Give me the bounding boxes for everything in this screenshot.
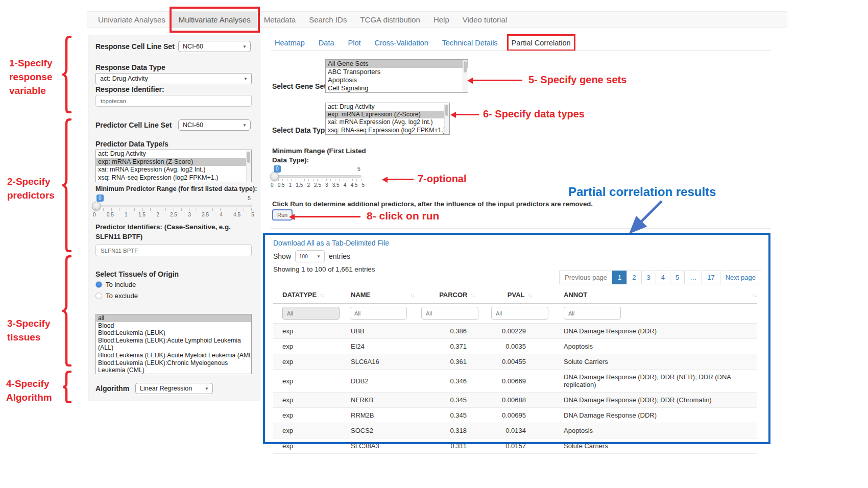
predictor-identifiers-input[interactable]: SLFN11 BPTF [95, 245, 252, 256]
page-button-4[interactable]: 4 [656, 271, 670, 284]
table-row[interactable]: exp UBB 0.386 0.00229 DNA Damage Respons… [273, 324, 757, 339]
nav-tcga-distribution[interactable]: TCGA distribution [353, 12, 427, 28]
scrollbar[interactable] [444, 104, 449, 134]
list-item[interactable]: xsq: RNA-seq Expression (log2 FPKM+1.) [96, 174, 251, 182]
annotation-step2: 2-Specify predictors [7, 175, 55, 202]
sort-icon[interactable]: ↑↓ [410, 292, 415, 298]
radio-unselected-icon [95, 292, 102, 299]
list-item[interactable]: Cell Signaling [326, 84, 468, 92]
list-item[interactable]: Blood [96, 322, 251, 330]
filter-input-pval[interactable] [491, 307, 548, 320]
col-header-parcor[interactable]: PARCOR↑↓ [416, 288, 475, 304]
list-item[interactable]: Blood:Leukemia (LEUK):Chronic Myelogenou… [96, 359, 251, 374]
sort-icon[interactable]: ↑↓ [528, 292, 533, 298]
list-item[interactable]: act: Drug Activity [326, 103, 449, 111]
list-item[interactable]: ABC Transporters [326, 68, 468, 76]
nav-multivariate-analyses[interactable]: Multivariate Analyses [172, 12, 257, 28]
list-item[interactable]: act: Drug Activity [96, 150, 251, 158]
sort-icon[interactable]: ↑↓ [320, 292, 324, 298]
list-item-selected[interactable]: exp: mRNA Expression (Z-Score) [96, 158, 251, 166]
cell-datatype: exp [273, 354, 350, 370]
tab-plot[interactable]: Plot [348, 39, 360, 47]
nav-search-ids[interactable]: Search IDs [302, 12, 353, 28]
response-cell-line-set-select[interactable]: NCI-60▼ [178, 41, 251, 52]
results-title-annotation: Partial correlation results [568, 185, 716, 199]
table-row[interactable]: exp DDB2 0.346 0.00669 DNA Damage Respon… [273, 370, 757, 393]
partial-correlation-results-panel: Download All as a Tab-Delimited File Sho… [263, 233, 770, 444]
nav-univariate-analyses[interactable]: Univariate Analyses [91, 12, 172, 28]
min-predictor-range-slider[interactable] [95, 205, 252, 207]
table-row[interactable]: exp RRM2B 0.345 0.00695 DNA Damage Respo… [273, 408, 757, 423]
red-brace-step3 [62, 255, 74, 367]
list-item-selected[interactable]: exp: mRNA Expression (Z-Score) [326, 111, 449, 118]
red-arrow-data-types [455, 114, 479, 115]
red-brace-step4 [62, 371, 74, 403]
cell-datatype: exp [273, 393, 350, 408]
previous-page-button[interactable]: Previous page [559, 271, 613, 284]
next-page-button[interactable]: Next page [720, 271, 761, 284]
cell-name: UBB [350, 324, 416, 339]
table-row[interactable]: exp SLC38A3 0.311 0.0157 Solute Carriers [273, 438, 757, 454]
download-link[interactable]: Download All as a Tab-Delimited File [273, 239, 389, 247]
tab-cross-validation[interactable]: Cross-Validation [374, 39, 428, 47]
radio-to-include[interactable]: To include [95, 281, 136, 288]
response-data-type-select[interactable]: act: Drug Activity▼ [95, 73, 252, 84]
list-item-selected[interactable]: all [96, 314, 251, 322]
algorithm-select[interactable]: Linear Regression▼ [135, 383, 213, 394]
cell-parcor: 0.318 [416, 423, 475, 438]
annotation-step3: 3-Specify tissues [7, 316, 50, 344]
table-row[interactable]: exp SLC6A16 0.361 0.00455 Solute Carrier… [273, 354, 757, 370]
list-item[interactable]: Blood:Leukemia (LEUK) [96, 329, 251, 337]
col-header-annot[interactable]: ANNOT↑↓ [532, 288, 757, 304]
chevron-down-icon: ▼ [243, 123, 247, 128]
response-identifier-input[interactable]: topotecan [95, 95, 252, 107]
tab-technical-details[interactable]: Technical Details [442, 39, 498, 47]
list-item[interactable]: xai: mRNA Expression (Avg. log2 Int.) [326, 118, 449, 126]
filter-input-datatype[interactable] [282, 307, 340, 320]
red-brace-step2 [62, 118, 74, 252]
predictor-cell-line-set-select[interactable]: NCI-60▼ [178, 119, 251, 131]
list-item[interactable]: xsq: RNA-seq Expression (log2 FPKM+1.) [326, 127, 449, 134]
radio-to-exclude[interactable]: To exclude [95, 292, 138, 300]
sort-icon[interactable]: ↑↓ [471, 292, 475, 298]
page-button-3[interactable]: 3 [641, 271, 656, 284]
divider [271, 228, 771, 229]
nav-video-tutorial[interactable]: Video tutorial [456, 12, 514, 28]
page-button-5[interactable]: 5 [670, 271, 685, 284]
nav-metadata[interactable]: Metadata [257, 12, 303, 28]
table-row[interactable]: exp SOCS2 0.318 0.0134 Apoptosis [273, 423, 757, 438]
table-row[interactable]: exp NFRKB 0.345 0.00688 DNA Damage Respo… [273, 393, 757, 408]
annotation-step5: 5- Specify gene sets [528, 74, 626, 86]
tab-partial-correlation[interactable]: Partial Correlation [512, 39, 571, 47]
page-button-2[interactable]: 2 [626, 271, 641, 284]
filter-input-name[interactable] [350, 307, 407, 320]
page-button-17[interactable]: 17 [702, 271, 720, 284]
table-row[interactable]: exp EI24 0.371 0.0035 Apoptosis [273, 339, 757, 354]
algorithm-label: Algorithm [95, 384, 129, 393]
show-entries-select[interactable]: 100▼ [295, 250, 325, 262]
col-header-pval[interactable]: PVAL↑↓ [475, 288, 532, 304]
nav-help[interactable]: Help [427, 12, 456, 28]
min-range-slider[interactable] [274, 175, 361, 178]
top-nav: Univariate Analyses Multivariate Analyse… [87, 11, 787, 28]
entries-label: entries [329, 252, 350, 260]
cell-name: SOCS2 [350, 423, 416, 438]
list-item[interactable]: xai: mRNA Expression (Avg. log2 Int.) [96, 166, 251, 174]
col-header-name[interactable]: NAME↑↓ [350, 288, 416, 304]
page-button-1[interactable]: 1 [612, 271, 627, 284]
sort-icon[interactable]: ↑↓ [753, 292, 757, 298]
list-item[interactable]: Blood:Leukemia (LEUK):Acute Lymphoid Leu… [96, 337, 251, 352]
list-item[interactable]: Apoptosis [326, 76, 468, 84]
data-types-label: Select Data Types [272, 126, 333, 134]
filter-input-annot[interactable] [564, 307, 621, 320]
tab-heatmap[interactable]: Heatmap [275, 39, 305, 47]
scrollbar[interactable] [246, 151, 251, 181]
list-item[interactable]: Blood:Leukemia (LEUK):Acute Myeloid Leuk… [96, 352, 251, 359]
cell-pval: 0.00455 [475, 354, 532, 370]
col-header-datatype[interactable]: DATATYPE↑↓ [273, 288, 350, 304]
filter-input-parcor[interactable] [421, 307, 478, 320]
cell-name: NFRKB [350, 393, 416, 408]
list-item-selected[interactable]: All Gene Sets [326, 60, 468, 68]
tab-data[interactable]: Data [319, 39, 334, 47]
scrollbar[interactable] [463, 60, 467, 92]
